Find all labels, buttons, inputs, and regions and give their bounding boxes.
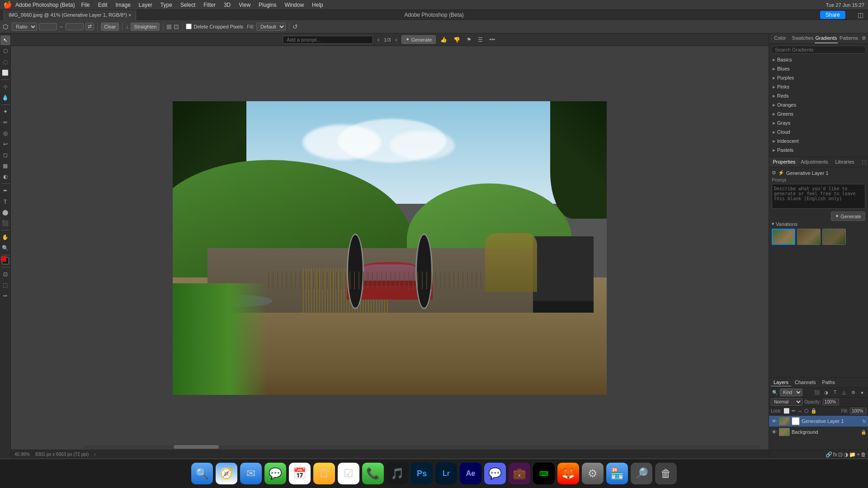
h-scrollbar[interactable] — [83, 445, 760, 449]
more-tools[interactable]: ••• — [0, 291, 10, 301]
brush-tool[interactable]: ✏ — [0, 117, 10, 127]
apple-icon[interactable]: 🍎 — [4, 1, 12, 9]
tab-paths[interactable]: Paths — [820, 379, 838, 386]
document-tab[interactable]: IMG_0660.jpeg @ 41% (Generative Layer 1,… — [4, 10, 136, 20]
dock-music[interactable]: 🎵 — [387, 463, 408, 484]
healing-tool[interactable]: ✦ — [0, 107, 10, 117]
dock-spotlight[interactable]: 🔎 — [631, 463, 652, 484]
dock-reminders[interactable]: ☑ — [338, 463, 359, 484]
add-adjustment-icon[interactable]: ◑ — [844, 451, 848, 458]
list-button[interactable]: ☰ — [476, 36, 485, 44]
dock-settings[interactable]: ⚙ — [582, 463, 604, 484]
quick-mask-tool[interactable]: ⊡ — [0, 269, 10, 279]
layer-fx-icon[interactable]: fx — [863, 419, 866, 424]
tab-layers[interactable]: Layers — [771, 379, 791, 386]
generate-button[interactable]: ✦ Generate — [401, 35, 436, 44]
tab-color[interactable]: Color — [769, 33, 791, 43]
clear-button[interactable]: Clear — [101, 23, 119, 31]
add-mask-icon[interactable]: ⊡ — [838, 451, 843, 458]
lock-transparent-icon[interactable]: ⬜ — [783, 408, 790, 414]
lock-position-icon[interactable]: ↔ — [797, 408, 802, 414]
dock-trash[interactable]: 🗑 — [655, 463, 677, 484]
thumbs-down-button[interactable]: 👎 — [452, 36, 462, 44]
dock-ae[interactable]: Ae — [460, 463, 481, 484]
lasso-tool[interactable]: ◌ — [0, 57, 10, 67]
menu-edit[interactable]: Edit — [94, 1, 111, 9]
add-fx-icon[interactable]: fx — [833, 451, 837, 458]
status-arrow[interactable]: › — [94, 452, 95, 457]
pen-tool[interactable]: ✒ — [0, 186, 10, 196]
eraser-tool[interactable]: ◻ — [0, 150, 10, 160]
zoom-tool[interactable]: 🔍 — [0, 243, 10, 253]
crop-tool[interactable]: ⊹ — [0, 82, 10, 92]
blur-tool[interactable]: ◐ — [0, 172, 10, 182]
menu-filter[interactable]: Filter — [200, 1, 219, 9]
lock-artboard-icon[interactable]: ⬡ — [804, 408, 809, 414]
tab-patterns[interactable]: Patterns — [838, 33, 860, 43]
blend-mode-select[interactable]: Normal — [771, 398, 802, 406]
gradient-tool[interactable]: ▦ — [0, 161, 10, 171]
dock-mail[interactable]: ✉ — [240, 463, 262, 484]
prompt-textarea[interactable] — [772, 184, 865, 209]
ratio-select[interactable]: Ratio — [12, 23, 37, 31]
selection-tool[interactable]: ⬡ — [0, 46, 10, 56]
menu-window[interactable]: Window — [281, 1, 307, 9]
layer-filter-select[interactable]: Kind — [780, 389, 802, 396]
swap-btn[interactable]: ⇄ — [85, 23, 94, 30]
rotate-left-icon[interactable]: ↺ — [292, 23, 298, 30]
add-layer-icon[interactable]: + — [857, 451, 860, 458]
dock-browser2[interactable]: 🦊 — [557, 463, 579, 484]
variations-section[interactable]: ▾ Variations — [772, 221, 865, 227]
variation-3[interactable] — [822, 229, 846, 245]
dock-slack[interactable]: 💼 — [509, 463, 530, 484]
history-brush[interactable]: ↩ — [0, 139, 10, 149]
tab-properties[interactable]: Properties — [769, 157, 799, 167]
screen-mode[interactable]: ⬚ — [0, 280, 10, 290]
dock-ps[interactable]: Ps — [411, 463, 433, 484]
dock-phone[interactable]: 📞 — [362, 463, 384, 484]
opacity-input[interactable] — [823, 399, 839, 405]
lock-all-icon[interactable]: 🔒 — [811, 408, 817, 414]
filter-shape-icon[interactable]: △ — [840, 389, 848, 397]
delete-layer-icon[interactable]: 🗑 — [861, 451, 866, 458]
fill-select[interactable]: Default — [256, 23, 286, 31]
tab-gradients[interactable]: Gradients — [815, 33, 838, 43]
dock-appstore[interactable]: 🏪 — [606, 463, 628, 484]
filter-pixel-icon[interactable]: ⬛ — [813, 389, 821, 397]
h-scroll-thumb[interactable] — [174, 445, 219, 449]
dock-messages[interactable]: 💬 — [264, 463, 286, 484]
object-select-tool[interactable]: ⬜ — [0, 68, 10, 78]
filter-adj-icon[interactable]: ◑ — [822, 389, 830, 397]
layer-settings-icon[interactable]: ⚙ — [772, 170, 776, 176]
share-button[interactable]: Share — [820, 11, 845, 19]
clone-tool[interactable]: ◎ — [0, 128, 10, 138]
thumbs-up-button[interactable]: 👍 — [439, 36, 449, 44]
width-input[interactable] — [39, 23, 57, 30]
height-input[interactable] — [66, 23, 84, 30]
panel-expand-icon[interactable]: ⬚ — [860, 157, 868, 167]
move-tool[interactable]: ↖ — [0, 35, 10, 45]
menu-plugins[interactable]: Plugins — [255, 1, 280, 9]
shape-tool[interactable]: ⬛ — [0, 218, 10, 228]
prompt-input[interactable] — [283, 36, 373, 44]
lock-pixels-icon[interactable]: ✏ — [792, 408, 796, 414]
prev-variation-button[interactable]: ‹ — [376, 36, 381, 44]
grid-icon[interactable]: ⊞ — [166, 23, 172, 30]
flag-button[interactable]: ⚑ — [465, 36, 473, 44]
tab-channels[interactable]: Channels — [792, 379, 818, 386]
layers-filter-toggle[interactable]: ● — [858, 389, 866, 397]
dock-discord[interactable]: 💬 — [484, 463, 506, 484]
add-group-icon[interactable]: 📁 — [849, 451, 856, 458]
overlay-icon[interactable]: ⊡ — [174, 23, 179, 30]
menu-type[interactable]: Type — [157, 1, 176, 9]
eyedropper-tool[interactable]: 💧 — [0, 93, 10, 103]
menu-image[interactable]: Image — [112, 1, 134, 9]
dock-finder[interactable]: 🔍 — [191, 463, 213, 484]
layer-visibility-icon[interactable]: 👁 — [771, 429, 777, 435]
dock-calendar[interactable]: 📅 — [289, 463, 311, 484]
layer-visibility-icon[interactable]: 👁 — [771, 418, 777, 424]
dock-terminal[interactable]: ⌨ — [533, 463, 555, 484]
fill-input[interactable] — [850, 408, 866, 414]
layer-background[interactable]: 👁 Background 🔒 — [769, 427, 868, 437]
tab-swatches[interactable]: Swatches — [791, 33, 815, 43]
